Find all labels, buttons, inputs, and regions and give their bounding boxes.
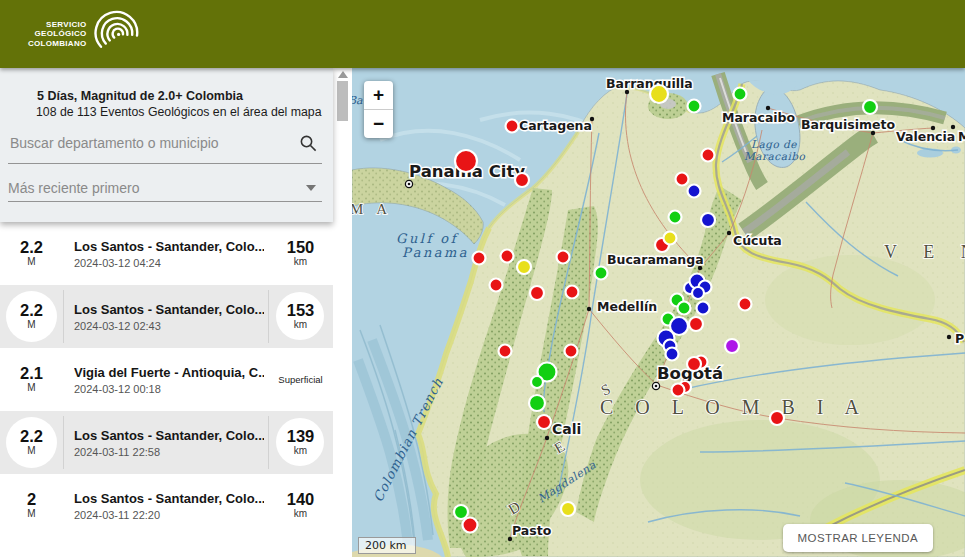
earthquake-dot-green[interactable] — [688, 100, 701, 113]
region-label: V E N — [884, 242, 965, 262]
event-title: Los Santos - Santander, Colo... — [74, 491, 264, 506]
earthquake-dot-green[interactable] — [595, 267, 608, 280]
earthquake-dot-green[interactable] — [863, 100, 877, 114]
region-label: C O L O M B I A — [600, 396, 867, 418]
event-depth-cell: 150km — [268, 222, 333, 285]
event-depth-cell: 153km — [268, 285, 333, 348]
event-magnitude-cell: 2.2M — [0, 285, 63, 348]
city-label: M — [958, 129, 965, 144]
city-marker — [587, 307, 591, 311]
earthquake-dot-green[interactable] — [734, 88, 747, 101]
search-input[interactable] — [8, 134, 299, 152]
earthquake-dot-blue[interactable] — [701, 213, 715, 227]
earthquake-dot-red[interactable] — [702, 149, 715, 162]
event-datetime: 2024-03-12 02:43 — [74, 320, 268, 332]
sort-value: Más reciente primero — [8, 180, 140, 196]
earthquake-dot-yellow[interactable] — [517, 260, 531, 274]
earthquake-dot-green[interactable] — [454, 505, 468, 519]
event-magnitude-unit: M — [27, 319, 35, 331]
region-label: M A — [352, 201, 392, 217]
scroll-up-icon[interactable] — [338, 71, 348, 78]
sidebar-scrollbar[interactable] — [333, 68, 352, 557]
earthquake-dot-green[interactable] — [529, 395, 545, 411]
event-depth-unit: km — [294, 319, 307, 331]
sgc-logo-text: SERVICIO GEOLÓGICO COLOMBIANO — [28, 20, 87, 49]
earthquake-dot-red[interactable] — [739, 298, 752, 311]
zoom-in-button[interactable]: + — [364, 81, 393, 109]
city-marker — [545, 436, 549, 440]
earthquake-dot-yellow[interactable] — [650, 85, 668, 103]
event-list-item[interactable]: 2.2MLos Santos - Santander, Colo...2024-… — [0, 222, 333, 285]
results-title: 5 Días, Magnitud de 2.0+ Colombia — [0, 68, 333, 103]
event-list: 2.2MLos Santos - Santander, Colo...2024-… — [0, 222, 333, 537]
zoom-out-button[interactable]: − — [364, 109, 393, 138]
sidebar: 5 Días, Magnitud de 2.0+ Colombia 108 de… — [0, 68, 352, 557]
earthquake-dot-red[interactable] — [455, 150, 477, 172]
event-list-item[interactable]: 2MLos Santos - Santander, Colo...2024-03… — [0, 474, 333, 537]
earthquake-dot-red[interactable] — [565, 345, 578, 358]
app-header: SERVICIO GEOLÓGICO COLOMBIANO — [0, 0, 965, 68]
event-depth-cell: 140km — [268, 474, 333, 537]
event-magnitude: 2 — [27, 491, 36, 508]
app-window: SERVICIO GEOLÓGICO COLOMBIANO 5 Días, Ma… — [0, 0, 965, 557]
earthquake-dot-green[interactable] — [678, 302, 691, 315]
capital-city-marker-dot — [408, 183, 411, 186]
earthquake-dot-red[interactable] — [473, 252, 486, 265]
event-magnitude-unit: M — [27, 256, 35, 268]
earthquake-dot-red[interactable] — [530, 286, 544, 300]
earthquake-dot-red[interactable] — [676, 173, 689, 186]
earthquake-dot-red[interactable] — [687, 357, 701, 371]
map-zoom-control: + − — [364, 81, 393, 138]
earthquake-dot-blue[interactable] — [688, 185, 701, 198]
filter-panel: 5 Días, Magnitud de 2.0+ Colombia 108 de… — [0, 68, 333, 222]
city-label: Pasto — [512, 523, 552, 538]
scrollbar-thumb[interactable] — [337, 81, 348, 121]
event-depth-cell: Superficial — [268, 348, 333, 411]
water-label: Gulf of — [396, 231, 459, 246]
earthquake-dot-red[interactable] — [501, 250, 514, 263]
event-magnitude: 2.2 — [20, 302, 43, 319]
water-label: Maracaibo — [744, 150, 806, 162]
map-svg[interactable]: Gulf ofPanamaLago deMaracaiboColombian T… — [352, 68, 965, 557]
event-magnitude: 2.2 — [20, 428, 43, 445]
event-list-item[interactable]: 2.2MLos Santos - Santander, Colo...2024-… — [0, 411, 333, 474]
event-list-item[interactable]: 2.2MLos Santos - Santander, Colo...2024-… — [0, 285, 333, 348]
earthquake-dot-red[interactable] — [566, 286, 579, 299]
city-label: Cartagena — [519, 118, 592, 133]
chevron-down-icon — [306, 185, 316, 191]
city-label: Cali — [552, 421, 581, 437]
sgc-logo[interactable]: SERVICIO GEOLÓGICO COLOMBIANO — [28, 10, 143, 58]
event-datetime: 2024-03-12 04:24 — [74, 257, 268, 269]
earthquake-dot-red[interactable] — [537, 415, 551, 429]
show-legend-button[interactable]: MOSTRAR LEYENDA — [783, 524, 933, 552]
earthquake-dot-red[interactable] — [490, 279, 503, 292]
earthquake-dot-red[interactable] — [557, 251, 570, 264]
search-field[interactable] — [8, 123, 322, 164]
earthquake-dot-yellow[interactable] — [664, 232, 677, 245]
earthquake-dot-blue[interactable] — [666, 348, 679, 361]
earthquake-dot-blue[interactable] — [697, 302, 710, 315]
earthquake-dot-green[interactable] — [531, 376, 543, 388]
event-list-item[interactable]: 2.1MVigia del Fuerte - Antioquia, C...20… — [0, 348, 333, 411]
earthquake-dot-purple[interactable] — [725, 339, 739, 353]
earthquake-dot-red[interactable] — [506, 120, 519, 133]
event-magnitude-cell: 2M — [0, 474, 63, 537]
event-depth: 153 — [287, 302, 315, 319]
earthquake-dot-red[interactable] — [672, 384, 685, 397]
earthquake-dot-red[interactable] — [499, 345, 512, 358]
sort-select[interactable]: Más reciente primero — [8, 175, 322, 202]
event-info: Los Santos - Santander, Colo...2024-03-1… — [63, 285, 268, 348]
earthquake-dot-red[interactable] — [770, 411, 784, 425]
earthquake-dot-blue[interactable] — [692, 287, 704, 299]
search-icon[interactable] — [299, 134, 318, 153]
earthquake-dot-red[interactable] — [689, 317, 703, 331]
map-canvas[interactable]: Gulf ofPanamaLago deMaracaiboColombian T… — [352, 68, 965, 557]
earthquake-dot-yellow[interactable] — [561, 502, 575, 516]
earthquake-dot-green[interactable] — [669, 211, 682, 224]
event-datetime: 2024-03-11 22:58 — [74, 446, 268, 458]
map-scale-bar: 200 km — [358, 537, 416, 554]
earthquake-dot-red[interactable] — [463, 518, 478, 533]
earthquake-dot-red[interactable] — [515, 173, 529, 187]
city-label: Cúcuta — [733, 233, 782, 248]
event-info: Los Santos - Santander, Colo...2024-03-1… — [63, 474, 268, 537]
